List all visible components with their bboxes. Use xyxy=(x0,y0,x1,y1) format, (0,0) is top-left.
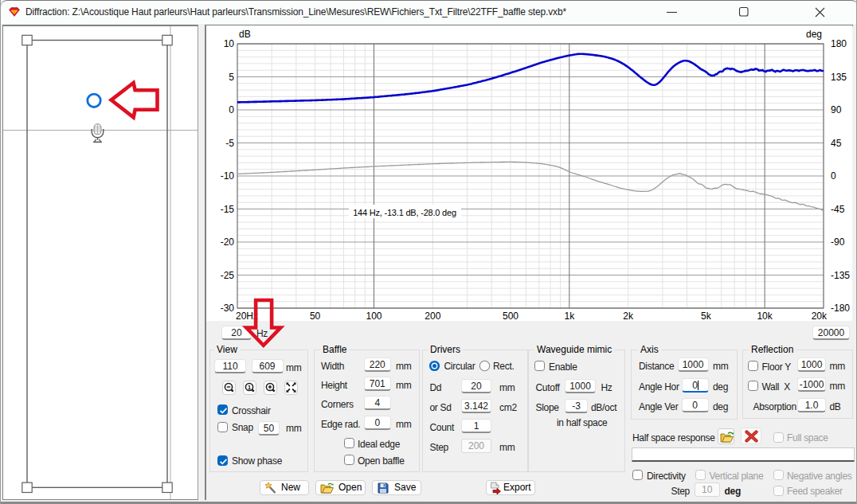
svg-text:-15: -15 xyxy=(221,204,235,215)
svg-text:dB: dB xyxy=(239,29,251,40)
svg-text:5: 5 xyxy=(229,72,234,83)
svg-text:500: 500 xyxy=(503,311,519,322)
svg-text:-25: -25 xyxy=(221,270,235,281)
svg-text:50: 50 xyxy=(310,311,321,322)
svg-text:10: 10 xyxy=(224,38,235,49)
svg-text:0: 0 xyxy=(831,170,836,182)
svg-text:-20: -20 xyxy=(221,236,235,248)
svg-text:-30: -30 xyxy=(221,303,235,314)
svg-text:-135: -135 xyxy=(831,270,850,281)
svg-text:90: 90 xyxy=(831,104,842,115)
svg-text:deg: deg xyxy=(806,29,822,40)
svg-text:45: 45 xyxy=(831,138,842,149)
svg-text:-180: -180 xyxy=(831,303,850,314)
svg-text:1: 1 xyxy=(247,384,251,391)
svg-text:135: 135 xyxy=(831,72,847,83)
svg-text:-90: -90 xyxy=(831,236,845,248)
svg-text:200: 200 xyxy=(425,311,440,322)
svg-text:100: 100 xyxy=(366,311,382,322)
svg-text:144 Hz, -13.1 dB, -28.0 deg: 144 Hz, -13.1 dB, -28.0 deg xyxy=(353,208,456,217)
svg-text:10k: 10k xyxy=(757,311,773,322)
svg-text:1k: 1k xyxy=(564,311,575,322)
svg-text:2k: 2k xyxy=(623,311,634,322)
svg-text:-5: -5 xyxy=(225,138,234,149)
svg-text:0: 0 xyxy=(229,104,234,115)
svg-text:180: 180 xyxy=(831,38,847,49)
svg-text:5k: 5k xyxy=(701,311,712,322)
svg-text:-10: -10 xyxy=(221,170,235,182)
svg-text:20k: 20k xyxy=(812,311,828,322)
svg-text:-45: -45 xyxy=(831,204,845,215)
